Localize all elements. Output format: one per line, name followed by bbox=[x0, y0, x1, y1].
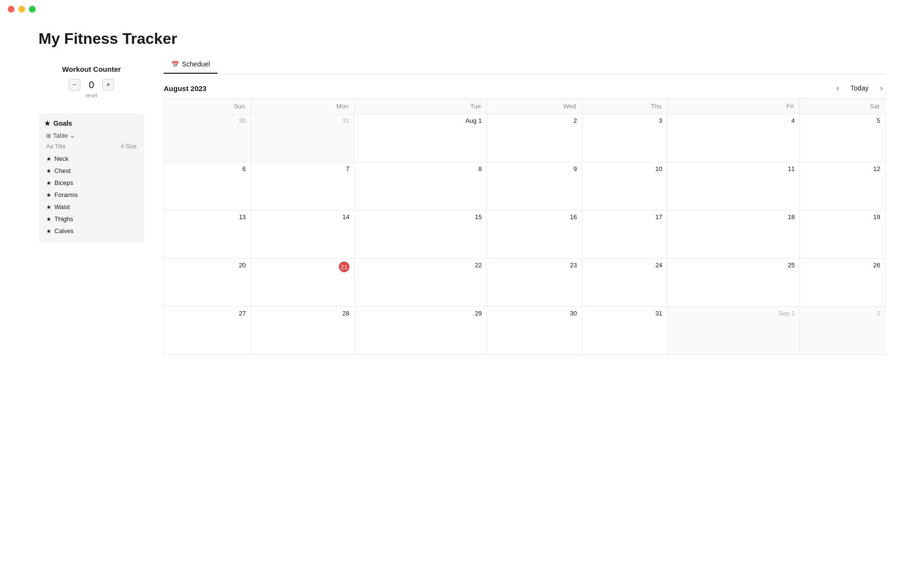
calendar-day-cell[interactable]: 17 bbox=[582, 210, 667, 259]
calendar-day-cell[interactable]: 14 bbox=[251, 210, 354, 259]
star-icon: ★ bbox=[46, 156, 51, 162]
calendar-day-cell[interactable]: 25 bbox=[667, 259, 800, 307]
calendar-day-cell[interactable]: 15 bbox=[355, 210, 487, 259]
calendar-day-cell[interactable]: 4 bbox=[667, 114, 800, 162]
day-number: 21 bbox=[339, 262, 349, 272]
day-number: 14 bbox=[256, 213, 349, 221]
weekday-sat: Sat bbox=[800, 99, 886, 114]
day-number: 13 bbox=[169, 213, 246, 221]
list-item[interactable]: ★ Calves bbox=[44, 225, 139, 237]
calendar-day-cell[interactable]: 2 bbox=[800, 307, 886, 355]
calendar-day-cell[interactable]: 2 bbox=[487, 114, 582, 162]
calendar-day-cell[interactable]: 26 bbox=[800, 259, 886, 307]
calendar-week-row: 13141516171819 bbox=[164, 210, 886, 259]
title-col-label: Title bbox=[55, 143, 65, 150]
day-number: 9 bbox=[492, 165, 577, 172]
goal-label: Forarms bbox=[54, 191, 77, 198]
window-chrome bbox=[0, 0, 924, 18]
increment-button[interactable]: + bbox=[103, 79, 114, 91]
counter-value: 0 bbox=[84, 79, 99, 91]
day-number: 19 bbox=[805, 213, 880, 221]
calendar-day-cell[interactable]: 31 bbox=[251, 114, 354, 162]
today-button[interactable]: Today bbox=[846, 82, 873, 94]
calendar-day-cell[interactable]: 16 bbox=[487, 210, 582, 259]
star-icon: ★ bbox=[46, 192, 51, 198]
day-number: 29 bbox=[359, 310, 482, 317]
calendar-day-cell[interactable]: 6 bbox=[164, 162, 251, 210]
decrement-button[interactable]: − bbox=[69, 79, 80, 91]
day-number: 10 bbox=[587, 165, 662, 172]
reset-button[interactable]: reset bbox=[38, 92, 144, 98]
calendar-day-cell[interactable]: 13 bbox=[164, 210, 251, 259]
goals-list: ★ Neck ★ Chest ★ Biceps ★ Forarms bbox=[44, 153, 139, 237]
workout-counter-title: Workout Counter bbox=[38, 65, 144, 73]
calendar-day-cell[interactable]: 11 bbox=[667, 162, 800, 210]
calendar-week-row: 2728293031Sep 12 bbox=[164, 307, 886, 355]
weekday-fri: Fri bbox=[667, 99, 800, 114]
day-number: 12 bbox=[805, 165, 880, 172]
list-item[interactable]: ★ Chest bbox=[44, 165, 139, 177]
list-item[interactable]: ★ Waist bbox=[44, 201, 139, 213]
calendar-day-cell[interactable]: 27 bbox=[164, 307, 251, 355]
day-number: Aug 1 bbox=[359, 117, 482, 124]
star-icon: ★ bbox=[46, 228, 51, 235]
calendar-nav: ‹ Today › bbox=[834, 82, 886, 94]
calendar-area: 📅 Scheduel August 2023 ‹ Today › Sun bbox=[164, 55, 886, 577]
calendar-day-cell[interactable]: 21 bbox=[251, 259, 354, 307]
calendar-icon: 📅 bbox=[171, 61, 179, 68]
next-month-button[interactable]: › bbox=[877, 82, 886, 94]
table-view-toggle[interactable]: ⊞ Table ⌄ bbox=[44, 132, 139, 139]
list-item[interactable]: ★ Biceps bbox=[44, 177, 139, 189]
list-item[interactable]: ★ Forarms bbox=[44, 189, 139, 201]
day-number: 11 bbox=[672, 165, 795, 172]
tab-schedule[interactable]: 📅 Scheduel bbox=[164, 55, 218, 74]
size-col-label: Size bbox=[126, 143, 137, 150]
calendar-grid: Sun Mon Tue Wed Thu Fri Sat 3031Aug 1234… bbox=[164, 98, 886, 355]
minimize-button[interactable] bbox=[18, 6, 25, 13]
day-number: 24 bbox=[587, 262, 662, 269]
calendar-day-cell[interactable]: 30 bbox=[487, 307, 582, 355]
calendar-day-cell[interactable]: Aug 1 bbox=[355, 114, 487, 162]
day-number: 28 bbox=[256, 310, 349, 317]
calendar-day-cell[interactable]: 10 bbox=[582, 162, 667, 210]
calendar-day-cell[interactable]: 8 bbox=[355, 162, 487, 210]
calendar-day-cell[interactable]: 9 bbox=[487, 162, 582, 210]
tabs: 📅 Scheduel bbox=[164, 55, 886, 74]
calendar-week-row: 3031Aug 12345 bbox=[164, 114, 886, 162]
calendar-day-cell[interactable]: 31 bbox=[582, 307, 667, 355]
calendar-day-cell[interactable]: Sep 1 bbox=[667, 307, 800, 355]
day-number: 30 bbox=[492, 310, 577, 317]
prev-month-button[interactable]: ‹ bbox=[834, 82, 842, 94]
calendar-day-cell[interactable]: 22 bbox=[355, 259, 487, 307]
title-column-header: Aa Title bbox=[46, 143, 65, 150]
calendar-day-cell[interactable]: 20 bbox=[164, 259, 251, 307]
calendar-day-cell[interactable]: 3 bbox=[582, 114, 667, 162]
day-number: 8 bbox=[359, 165, 482, 172]
calendar-day-cell[interactable]: 29 bbox=[355, 307, 487, 355]
goal-label: Waist bbox=[54, 203, 70, 210]
calendar-day-cell[interactable]: 5 bbox=[800, 114, 886, 162]
table-label: Table bbox=[53, 132, 68, 139]
list-item[interactable]: ★ Neck bbox=[44, 153, 139, 165]
chevron-down-icon: ⌄ bbox=[70, 132, 75, 139]
calendar-day-cell[interactable]: 7 bbox=[251, 162, 354, 210]
goal-label: Chest bbox=[54, 167, 71, 174]
calendar-day-cell[interactable]: 18 bbox=[667, 210, 800, 259]
title-col-icon: Aa bbox=[46, 143, 53, 150]
page-title: My Fitness Tracker bbox=[0, 18, 924, 55]
calendar-day-cell[interactable]: 30 bbox=[164, 114, 251, 162]
calendar-day-cell[interactable]: 12 bbox=[800, 162, 886, 210]
calendar-day-cell[interactable]: 24 bbox=[582, 259, 667, 307]
close-button[interactable] bbox=[8, 6, 14, 13]
calendar-week-row: 6789101112 bbox=[164, 162, 886, 210]
table-icon: ⊞ bbox=[46, 132, 51, 139]
sidebar: Workout Counter − 0 + reset ★ Goals ⊞ Ta… bbox=[38, 55, 144, 577]
maximize-button[interactable] bbox=[29, 6, 36, 13]
list-item[interactable]: ★ Thighs bbox=[44, 213, 139, 225]
goal-label: Biceps bbox=[54, 179, 73, 186]
calendar-day-cell[interactable]: 28 bbox=[251, 307, 354, 355]
day-number: 3 bbox=[587, 117, 662, 124]
calendar-day-cell[interactable]: 19 bbox=[800, 210, 886, 259]
calendar-day-cell[interactable]: 23 bbox=[487, 259, 582, 307]
star-icon: ★ bbox=[46, 168, 51, 174]
